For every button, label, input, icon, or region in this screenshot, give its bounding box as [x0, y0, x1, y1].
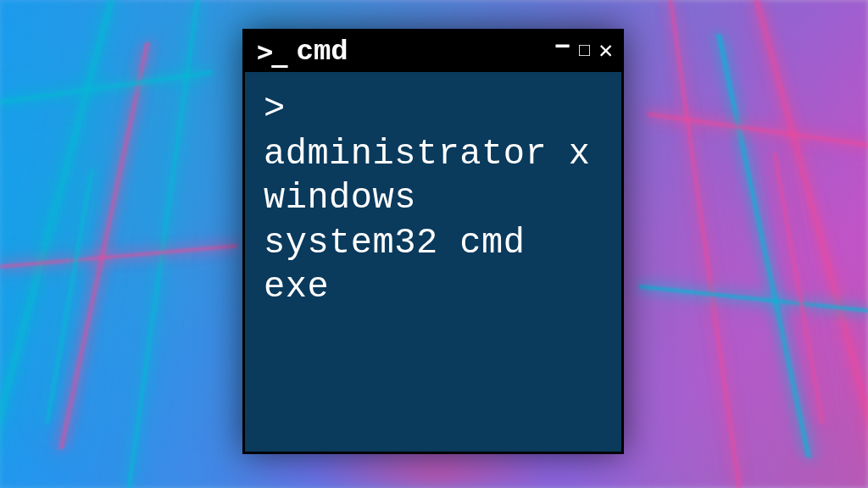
- minimize-button[interactable]: −: [554, 35, 570, 62]
- terminal-window[interactable]: >_ cmd − □ ✕ > administrator x windows s…: [242, 29, 624, 454]
- titlebar[interactable]: >_ cmd − □ ✕: [245, 31, 621, 72]
- terminal-icon: >_: [257, 36, 287, 68]
- titlebar-left: >_ cmd: [257, 36, 348, 68]
- prompt-symbol: >: [264, 89, 286, 130]
- close-button[interactable]: ✕: [598, 40, 613, 64]
- terminal-body[interactable]: > administrator x windows system32 cmd e…: [245, 72, 621, 325]
- window-controls: − □ ✕: [554, 38, 613, 65]
- command-text: administrator x windows system32 cmd exe: [264, 134, 591, 308]
- window-title: cmd: [297, 36, 348, 68]
- maximize-button[interactable]: □: [579, 42, 590, 61]
